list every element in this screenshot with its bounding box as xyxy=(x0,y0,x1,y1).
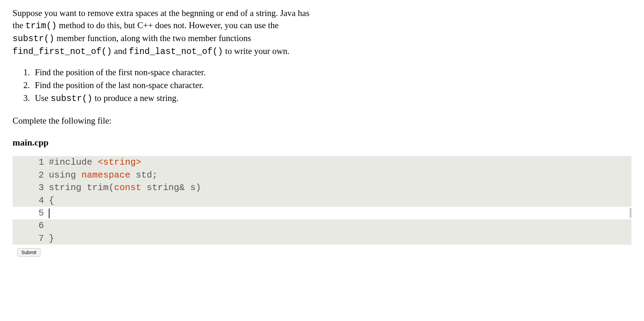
complete-prompt: Complete the following file: xyxy=(13,115,631,127)
text-cursor-icon xyxy=(49,209,49,218)
step-3-pre: Use xyxy=(35,93,51,103)
intro-text-2: method to do this, but C++ does not. How… xyxy=(57,21,279,30)
line-number: 7 xyxy=(13,232,49,245)
code-content-4: { xyxy=(49,194,631,207)
line-number: 5 xyxy=(13,207,49,219)
code-find-last: find_last_not_of() xyxy=(129,47,223,57)
intro-text-5: to write your own. xyxy=(223,46,290,56)
code-line-2: 2 using namespace std; xyxy=(13,169,631,181)
line-number: 3 xyxy=(13,181,49,194)
code-find-first: find_first_not_of() xyxy=(13,47,112,57)
code-line-6: 6 xyxy=(13,219,631,232)
code-content-3: string trim(const string& s) xyxy=(49,181,631,194)
step-3-post: to produce a new string. xyxy=(92,93,178,103)
code-content-1: #include <string> xyxy=(49,156,631,169)
step-2: Find the position of the last non-space … xyxy=(32,79,631,91)
steps-list: Find the position of the first non-space… xyxy=(13,66,631,105)
submit-button[interactable]: Submit xyxy=(17,248,40,257)
intro-text-3: member function, along with the two memb… xyxy=(54,33,251,43)
line-number: 6 xyxy=(13,219,49,232)
line-number: 4 xyxy=(13,194,49,207)
step-1: Find the position of the first non-space… xyxy=(32,66,631,78)
code-editor[interactable]: 1 #include <string> 2 using namespace st… xyxy=(13,156,631,245)
step-3: Use substr() to produce a new string. xyxy=(32,92,631,105)
code-content-5[interactable] xyxy=(49,207,631,219)
code-trim: trim() xyxy=(25,21,57,31)
code-content-7: } xyxy=(49,232,631,245)
intro-text-4: and xyxy=(112,46,129,56)
code-line-7: 7 } xyxy=(13,232,631,245)
filename-heading: main.cpp xyxy=(13,136,631,149)
code-line-1: 1 #include <string> xyxy=(13,156,631,169)
code-line-5-editable[interactable]: 5 xyxy=(13,207,631,219)
intro-paragraph: Suppose you want to remove extra spaces … xyxy=(13,7,319,58)
line-number: 2 xyxy=(13,169,49,181)
code-substr: substr() xyxy=(13,34,54,44)
code-content-2: using namespace std; xyxy=(49,169,631,181)
step-3-code: substr() xyxy=(51,94,92,104)
code-line-4: 4 { xyxy=(13,194,631,207)
line-number: 1 xyxy=(13,156,49,169)
code-line-3: 3 string trim(const string& s) xyxy=(13,181,631,194)
